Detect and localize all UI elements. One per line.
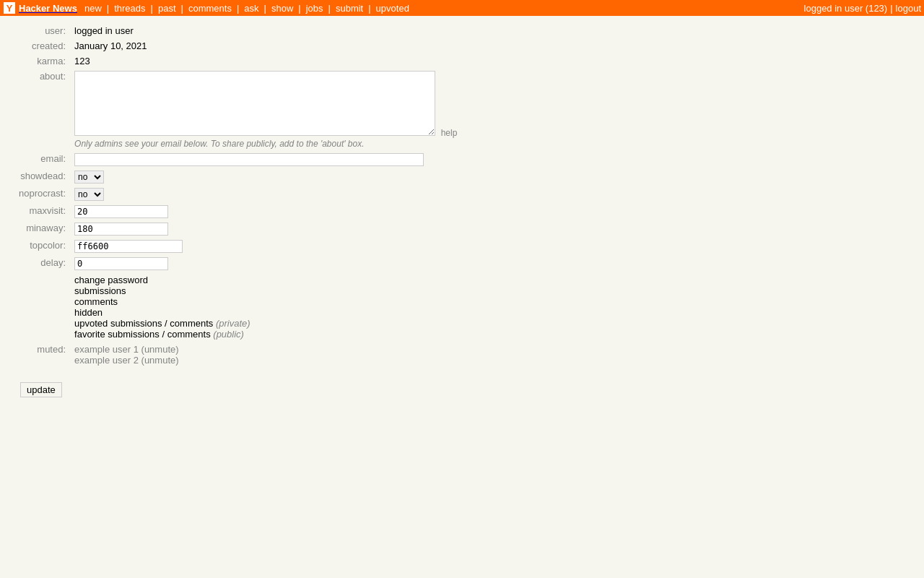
email-label: email:: [14, 151, 70, 168]
site-name: Hacker News: [19, 3, 77, 14]
about-label: about:: [14, 69, 70, 151]
nav-sep-8: |: [368, 3, 370, 14]
favorite-submissions-link[interactable]: favorite submissions: [74, 329, 160, 340]
topcolor-label: topcolor:: [14, 238, 70, 255]
unmute-link-1[interactable]: unmute: [144, 344, 175, 355]
logout-link[interactable]: logout: [896, 3, 921, 14]
about-cell: help Only admins see your email below. T…: [70, 69, 461, 151]
delay-label: delay:: [14, 255, 70, 272]
minaway-label: minaway:: [14, 220, 70, 238]
submissions-link[interactable]: submissions: [74, 285, 126, 296]
karma-label: karma:: [14, 53, 70, 69]
created-row: created: January 10, 2021: [14, 38, 461, 53]
email-cell: [70, 151, 461, 168]
user-value: logged in user: [70, 23, 461, 38]
email-input[interactable]: [74, 153, 424, 166]
about-textarea[interactable]: [74, 71, 435, 136]
noprocrast-row: noprocrast: no yes: [14, 186, 461, 203]
favorite-comments-link[interactable]: comments: [167, 329, 211, 340]
nav-sep-2: |: [151, 3, 153, 14]
created-value: January 10, 2021: [70, 38, 461, 53]
about-row: about: help Only admins see your email b…: [14, 69, 461, 151]
muted-cell: example user 1 (unmute) example user 2 (…: [70, 342, 461, 368]
maxvisit-label: maxvisit:: [14, 203, 70, 220]
nav-ask[interactable]: ask: [244, 3, 258, 14]
showdead-row: showdead: no yes: [14, 168, 461, 186]
update-row: update: [14, 375, 910, 397]
muted-user-1: example user 1 (unmute): [74, 344, 179, 355]
karma-value: 123: [70, 53, 461, 69]
user-row: user: logged in user: [14, 23, 461, 38]
user-info: logged in user (123): [804, 3, 888, 14]
nav-upvoted[interactable]: upvoted: [376, 3, 409, 14]
main-content: user: logged in user created: January 10…: [0, 16, 924, 405]
upvoted-private-label: (private): [216, 318, 250, 329]
nav-sep-3: |: [181, 3, 183, 14]
favorite-public-label: (public): [213, 329, 244, 340]
header: Y Hacker News new | threads | past | com…: [0, 0, 924, 16]
site-name-link[interactable]: Hacker News: [19, 3, 82, 14]
nav-past[interactable]: past: [158, 3, 176, 14]
links-cell: change password submissions comments hid…: [70, 272, 461, 342]
muted-label: muted:: [14, 342, 70, 368]
unmute-link-2[interactable]: unmute: [144, 355, 175, 366]
nav-sep-4: |: [237, 3, 239, 14]
upvoted-comments-link[interactable]: comments: [170, 318, 213, 329]
email-notice: Only admins see your email below. To sha…: [74, 139, 364, 149]
upvoted-sep: /: [165, 318, 167, 329]
upvoted-submissions-link[interactable]: upvoted submissions: [74, 318, 162, 329]
minaway-row: minaway:: [14, 220, 461, 238]
showdead-select[interactable]: no yes: [74, 171, 104, 184]
maxvisit-input[interactable]: [74, 205, 168, 218]
minaway-cell: [70, 220, 461, 238]
nav-sep-6: |: [298, 3, 300, 14]
muted-row: muted: example user 1 (unmute) example u…: [14, 342, 461, 368]
help-link[interactable]: help: [441, 128, 458, 138]
maxvisit-row: maxvisit:: [14, 203, 461, 220]
topcolor-cell: [70, 238, 461, 255]
header-sep: |: [890, 3, 892, 14]
topcolor-input[interactable]: [74, 240, 183, 253]
topcolor-row: topcolor:: [14, 238, 461, 255]
upvoted-line: upvoted submissions / comments (private): [74, 318, 250, 329]
delay-row: delay:: [14, 255, 461, 272]
showdead-cell: no yes: [70, 168, 461, 186]
delay-input[interactable]: [74, 257, 168, 270]
nav-threads[interactable]: threads: [114, 3, 145, 14]
nav-sep-7: |: [328, 3, 331, 14]
nav-submit[interactable]: submit: [336, 3, 363, 14]
minaway-input[interactable]: [74, 223, 168, 236]
maxvisit-cell: [70, 203, 461, 220]
nav-show[interactable]: show: [271, 3, 293, 14]
noprocrast-select[interactable]: no yes: [74, 188, 104, 201]
nav-new[interactable]: new: [84, 3, 102, 14]
email-row: email:: [14, 151, 461, 168]
header-right: logged in user (123) | logout: [804, 3, 921, 14]
links-label-empty: [14, 272, 70, 342]
nav-comments[interactable]: comments: [188, 3, 232, 14]
user-label: user:: [14, 23, 70, 38]
favorite-sep: /: [162, 329, 165, 340]
muted-user-2: example user 2 (unmute): [74, 355, 179, 366]
noprocrast-cell: no yes: [70, 186, 461, 203]
hidden-link[interactable]: hidden: [74, 307, 103, 318]
update-button[interactable]: update: [20, 382, 62, 397]
header-left: Y Hacker News new | threads | past | com…: [3, 1, 409, 14]
favorite-line: favorite submissions / comments (public): [74, 329, 244, 340]
comments-link[interactable]: comments: [74, 296, 118, 307]
nav-sep-5: |: [264, 3, 266, 14]
noprocrast-label: noprocrast:: [14, 186, 70, 203]
karma-row: karma: 123: [14, 53, 461, 69]
profile-table: user: logged in user created: January 10…: [14, 23, 461, 368]
nav-jobs[interactable]: jobs: [306, 3, 323, 14]
nav-sep-1: |: [107, 3, 109, 14]
showdead-label: showdead:: [14, 168, 70, 186]
hn-logo[interactable]: Y: [3, 1, 16, 14]
user-info-link[interactable]: logged in user (123): [804, 3, 888, 14]
delay-cell: [70, 255, 461, 272]
links-row: change password submissions comments hid…: [14, 272, 461, 342]
created-label: created:: [14, 38, 70, 53]
change-password-link[interactable]: change password: [74, 275, 148, 285]
